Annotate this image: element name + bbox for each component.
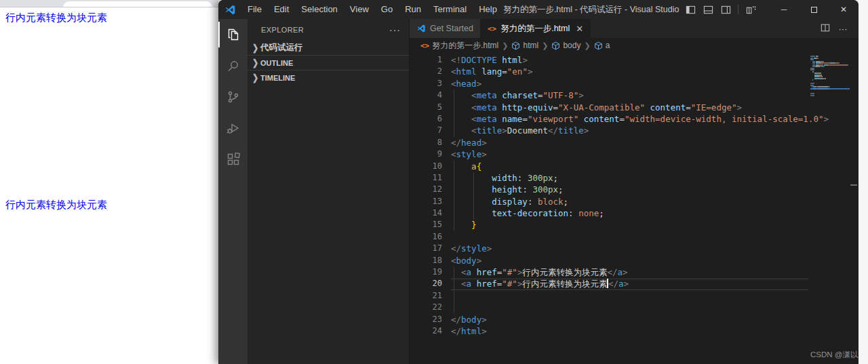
breadcrumb-separator: ❯: [502, 41, 508, 50]
line-number[interactable]: 5: [410, 102, 451, 113]
line-content: height: 300px;: [451, 184, 564, 195]
code-line-15[interactable]: 15 }: [410, 219, 859, 230]
breadcrumb-label: a: [606, 41, 610, 50]
line-number[interactable]: 15: [410, 219, 451, 230]
indent-guide: [473, 172, 474, 220]
sidebar-section-outline[interactable]: ❯OUTLINE: [248, 55, 409, 70]
menu-item-run[interactable]: Run: [399, 0, 427, 19]
code-line-19[interactable]: 19 <a href="#">行内元素转换为块元素</a>: [410, 266, 859, 278]
tab-get-started[interactable]: Get Started: [410, 19, 481, 38]
tab-label: Get Started: [430, 24, 473, 33]
customize-layout-icon[interactable]: [742, 0, 760, 19]
code-line-11[interactable]: 11 width: 300px;: [410, 172, 859, 184]
code-line-18[interactable]: 18<body>: [410, 255, 859, 266]
code-line-3[interactable]: 3<head>: [410, 78, 859, 89]
minimap[interactable]: [810, 53, 850, 364]
line-number[interactable]: 13: [410, 196, 451, 207]
line-number[interactable]: 3: [410, 78, 451, 89]
breadcrumb-item-3[interactable]: ❯a: [580, 41, 610, 50]
toggle-sidebar-icon[interactable]: [682, 0, 699, 19]
maximize-button[interactable]: [799, 0, 829, 19]
folder-name: 代码试运行: [260, 42, 303, 54]
line-number[interactable]: 11: [410, 172, 451, 184]
menu-item-view[interactable]: View: [344, 0, 375, 19]
breadcrumb-item-2[interactable]: ❯body: [538, 41, 580, 50]
line-number[interactable]: 18: [410, 255, 451, 266]
split-editor-icon[interactable]: [816, 23, 834, 35]
toggle-secondary-sidebar-icon[interactable]: [717, 0, 734, 19]
line-number[interactable]: 12: [410, 184, 451, 195]
line-content: <head>: [451, 78, 481, 89]
code-line-22[interactable]: 22: [410, 302, 859, 313]
search-icon[interactable]: [218, 50, 248, 81]
breadcrumb-item-1[interactable]: ❯html: [498, 41, 538, 50]
explorer-icon[interactable]: [218, 19, 248, 50]
code-line-9[interactable]: 9<style>: [410, 148, 859, 160]
line-number[interactable]: 19: [410, 266, 451, 278]
line-number[interactable]: 23: [410, 314, 451, 325]
code-line-10[interactable]: 10 a{: [410, 161, 859, 172]
close-button[interactable]: ✕: [829, 0, 859, 19]
line-number[interactable]: 16: [410, 231, 451, 243]
browser-tabstrip: [0, 0, 218, 7]
line-number[interactable]: 24: [410, 325, 451, 337]
browser-page: 行内元素转换为块元素行内元素转换为块元素: [0, 0, 218, 364]
html-file-icon: <>: [488, 24, 496, 33]
tab-close-icon[interactable]: ✕: [576, 24, 583, 34]
breadcrumb-item-0[interactable]: <>努力的第一步.html: [420, 40, 498, 52]
line-number[interactable]: 17: [410, 243, 451, 254]
code-line-17[interactable]: 17</style>: [410, 243, 859, 254]
line-number[interactable]: 1: [410, 54, 451, 66]
code-line-13[interactable]: 13 display: block;: [410, 196, 859, 207]
menu-item-selection[interactable]: Selection: [295, 0, 343, 19]
line-number[interactable]: 4: [410, 89, 451, 101]
minimize-button[interactable]: ─: [769, 0, 799, 19]
line-number[interactable]: 22: [410, 302, 451, 313]
line-number[interactable]: 10: [410, 161, 451, 172]
line-number[interactable]: 21: [410, 290, 451, 302]
code-line-7[interactable]: 7 <title>Document</title>: [410, 125, 859, 136]
line-content: </head>: [451, 137, 487, 148]
menu-item-help[interactable]: Help: [473, 0, 503, 19]
line-number[interactable]: 6: [410, 113, 451, 125]
more-actions-icon[interactable]: ···: [834, 24, 852, 34]
code-line-21[interactable]: 21: [410, 290, 859, 302]
code-line-6[interactable]: 6 <meta name="viewport" content="width=d…: [410, 113, 859, 125]
code-line-12[interactable]: 12 height: 300px;: [410, 184, 859, 195]
source-control-icon[interactable]: [218, 81, 248, 113]
extensions-icon[interactable]: [218, 144, 248, 175]
line-number[interactable]: 8: [410, 137, 451, 148]
line-number[interactable]: 20: [410, 278, 451, 289]
code-line-14[interactable]: 14 text-decoration: none;: [410, 207, 859, 219]
run-and-debug-icon[interactable]: [218, 113, 248, 144]
editor-scrollbar[interactable]: [850, 53, 859, 364]
explorer-more-icon[interactable]: ···: [389, 24, 401, 35]
line-content: <meta name="viewport" content="width=dev…: [451, 113, 829, 125]
menu-item-file[interactable]: File: [241, 0, 268, 19]
line-number[interactable]: 7: [410, 125, 451, 136]
code-editor[interactable]: 1<!DOCTYPE html>2<html lang="en">3<head>…: [410, 53, 859, 364]
menu-item-edit[interactable]: Edit: [268, 0, 295, 19]
toggle-panel-icon[interactable]: [699, 0, 717, 19]
sidebar-item-folder[interactable]: ❯ 代码试运行: [248, 41, 409, 55]
tab-active-file[interactable]: <>努力的第一步.html✕: [481, 19, 591, 38]
sidebar-section-timeline[interactable]: ❯TIMELINE: [248, 70, 409, 85]
code-line-16[interactable]: 16: [410, 231, 859, 243]
code-line-5[interactable]: 5 <meta http-equiv="X-UA-Compatible" con…: [410, 102, 859, 113]
chevron-right-icon: ❯: [250, 58, 260, 68]
menu-item-terminal[interactable]: Terminal: [427, 0, 473, 19]
line-number[interactable]: 2: [410, 66, 451, 77]
page-link[interactable]: 行内元素转换为块元素: [5, 12, 107, 24]
code-line-24[interactable]: 24</html>: [410, 325, 859, 337]
line-number[interactable]: 9: [410, 148, 451, 160]
code-line-1[interactable]: 1<!DOCTYPE html>: [410, 54, 859, 66]
code-line-8[interactable]: 8</head>: [410, 137, 859, 148]
menu-item-go[interactable]: Go: [375, 0, 399, 19]
code-line-23[interactable]: 23</body>: [410, 314, 859, 325]
line-number[interactable]: 14: [410, 207, 451, 219]
code-line-20[interactable]: 20 <a href="#">行内元素转换为块元素</a>: [410, 278, 859, 289]
code-line-4[interactable]: 4 <meta charset="UTF-8">: [410, 89, 859, 101]
page-link[interactable]: 行内元素转换为块元素: [5, 199, 107, 211]
minimap-line: [810, 95, 850, 96]
code-line-2[interactable]: 2<html lang="en">: [410, 66, 859, 77]
